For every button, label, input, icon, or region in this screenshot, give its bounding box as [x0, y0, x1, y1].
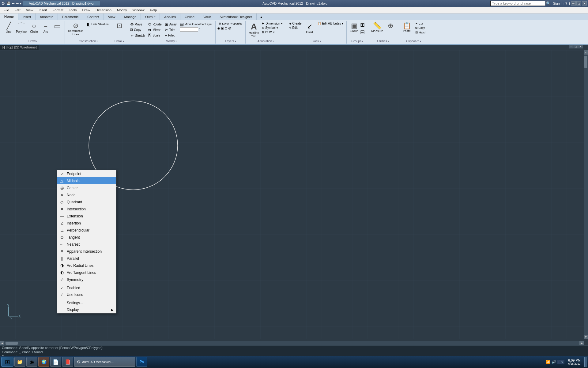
- scroll-left-button[interactable]: ◀: [0, 341, 4, 345]
- modify-group-label[interactable]: Modify▾: [129, 40, 214, 43]
- ctx-perpendicular[interactable]: ⊥ Perpendicular: [57, 227, 116, 234]
- maximize-button[interactable]: □: [576, 1, 581, 6]
- close-button[interactable]: ✕: [582, 1, 587, 6]
- draw-arc-button[interactable]: ⌢ Arc: [40, 21, 51, 35]
- info-icon[interactable]: ℹ: [569, 2, 570, 6]
- stretch-button[interactable]: ↔ Stretch: [129, 33, 146, 38]
- layer-properties-button[interactable]: ⊕ Layer Properties: [217, 21, 243, 25]
- scroll-down-button[interactable]: ▼: [584, 335, 588, 339]
- draw-group-label[interactable]: Draw▾: [3, 40, 63, 43]
- block-group-label[interactable]: Block▾: [288, 40, 345, 43]
- tab-view[interactable]: View: [104, 13, 120, 20]
- paste-button[interactable]: 📋 Paste: [400, 21, 413, 34]
- menu-dimension[interactable]: Dimension: [93, 8, 114, 13]
- tab-parametric[interactable]: Parametric: [58, 13, 83, 20]
- rotate-button[interactable]: ↻ Rotate: [147, 21, 163, 27]
- show-desktop-button[interactable]: [584, 357, 587, 367]
- search-icon[interactable]: 🔍: [546, 1, 551, 6]
- draw-line-button[interactable]: ╱ Line: [3, 21, 14, 35]
- create-button[interactable]: ◈ Create: [288, 21, 303, 25]
- clipboard-group-label[interactable]: Clipboard▾: [400, 40, 428, 43]
- group-icon3[interactable]: ⊟: [360, 29, 365, 36]
- scroll-right-button[interactable]: ▶: [579, 341, 584, 345]
- inner-max-button[interactable]: □: [574, 45, 578, 48]
- ctx-arc-tangent-lines[interactable]: ◐ Arc Tangent Lines: [57, 269, 116, 276]
- clipboard-cut-button[interactable]: ✂ Cut: [414, 21, 428, 25]
- ctx-intersection[interactable]: ✕ Intersection: [57, 205, 116, 213]
- tab-manage[interactable]: Manage: [120, 13, 141, 20]
- tab-online[interactable]: Online: [180, 13, 199, 20]
- taskbar-photoshop[interactable]: Ps: [136, 357, 147, 367]
- multiline-text-button[interactable]: A MultilineText: [247, 21, 260, 39]
- dimension-button[interactable]: ⊢ Dimension ▾: [261, 21, 284, 25]
- menu-insert[interactable]: Insert: [36, 8, 50, 13]
- layer-input[interactable]: [180, 27, 198, 32]
- group-icon2[interactable]: ⊞: [360, 21, 365, 28]
- ctx-settings[interactable]: Settings...: [57, 300, 116, 306]
- detail-button[interactable]: ⊡: [114, 21, 125, 30]
- toolbar-dropdown[interactable]: ▾: [20, 2, 21, 5]
- taskbar-autocad[interactable]: ⚙ AutoCAD Mechanical...: [74, 357, 135, 367]
- ctx-center[interactable]: ◎ Center: [57, 184, 116, 191]
- taskbar-pdf[interactable]: 📕: [62, 357, 73, 367]
- menu-file[interactable]: File: [1, 8, 12, 13]
- draw-polyline-button[interactable]: ⌒ Polyline: [15, 21, 28, 35]
- tab-home[interactable]: Home: [0, 13, 18, 20]
- tab-vault[interactable]: Vault: [199, 13, 215, 20]
- canvas-area[interactable]: X Y ⊿ Endpoint △ Midpoint ◎ Center × Nod…: [0, 50, 584, 339]
- menu-view[interactable]: View: [24, 8, 36, 13]
- fillet-button[interactable]: ⌐ Fillet: [164, 33, 178, 38]
- detail-group-label[interactable]: Detail▾: [114, 40, 125, 43]
- menu-help[interactable]: Help: [148, 8, 160, 13]
- taskbar-docs[interactable]: 📄: [50, 357, 61, 367]
- taskbar-explorer[interactable]: 📁: [14, 357, 25, 367]
- ctx-endpoint[interactable]: ⊿ Endpoint: [57, 170, 116, 177]
- ctx-node[interactable]: × Node: [57, 191, 116, 198]
- bom-button[interactable]: ⊠ BOM ▾: [261, 30, 284, 34]
- annotation-group-label[interactable]: Annotation▾: [247, 40, 284, 43]
- tab-sketchbook[interactable]: SketchBook Designer: [215, 13, 257, 20]
- ctx-midpoint[interactable]: △ Midpoint: [57, 177, 116, 184]
- scale-button[interactable]: ⇱ Scale: [147, 33, 163, 38]
- insert-button[interactable]: ↙ Insert: [303, 21, 316, 35]
- ctx-symmetry[interactable]: ⇌ Symmetry: [57, 276, 116, 283]
- taskbar-firefox[interactable]: 🌍: [38, 357, 49, 367]
- clipboard-copy-button[interactable]: ⧉ Copy: [414, 26, 428, 30]
- ctx-extension[interactable]: — Extension: [57, 213, 116, 220]
- quick-access-undo[interactable]: ↩: [12, 2, 15, 6]
- menu-window[interactable]: Window: [130, 8, 147, 13]
- group-button[interactable]: ▣ Group: [349, 21, 360, 34]
- ctx-quadrant[interactable]: ◇ Quadrant: [57, 198, 116, 205]
- layers-group-label[interactable]: Layers▾: [217, 40, 243, 43]
- array-button[interactable]: ⊞ Array: [164, 21, 178, 27]
- quick-access-save[interactable]: 💾: [6, 2, 11, 6]
- quick-access-redo[interactable]: ↪: [16, 2, 19, 6]
- minimize-button[interactable]: ─: [571, 1, 576, 6]
- menu-tools[interactable]: Tools: [66, 8, 79, 13]
- edit-block-button[interactable]: ✎ Edit: [288, 26, 303, 30]
- symbol-button[interactable]: ⊛ Symbol ▾: [261, 26, 284, 30]
- tab-output[interactable]: Output: [141, 13, 160, 20]
- ctx-display[interactable]: Display: [57, 306, 116, 313]
- tab-content[interactable]: Content: [83, 13, 104, 20]
- ctx-enabled[interactable]: ✓ Enabled: [57, 285, 116, 291]
- help-icon[interactable]: ?: [565, 2, 567, 5]
- mirror-button[interactable]: ⇔ Mirror: [147, 27, 163, 33]
- tab-annotate[interactable]: Annotate: [36, 13, 58, 20]
- draw-circle-button[interactable]: ○ Circle: [28, 21, 40, 35]
- trim-button[interactable]: ✂ Trim: [164, 27, 178, 33]
- menu-format[interactable]: Format: [50, 8, 66, 13]
- move-to-layer-button[interactable]: ▤ Move to Another Layer: [179, 21, 214, 27]
- taskbar-chrome[interactable]: ◉: [26, 357, 37, 367]
- sign-in-label[interactable]: Sign In: [553, 2, 564, 5]
- tab-insert[interactable]: Insert: [18, 13, 36, 20]
- ctx-use-icons[interactable]: ✓ Use Icons: [57, 291, 116, 298]
- utilities-more-button[interactable]: ⊕: [385, 21, 396, 30]
- match-properties-button[interactable]: ⊡ Match: [414, 30, 428, 34]
- ribbon-collapse[interactable]: ▲: [258, 15, 265, 19]
- menu-modify[interactable]: Modify: [115, 8, 129, 13]
- draw-rectangle-button[interactable]: ▭: [52, 21, 63, 31]
- move-button[interactable]: ✥ Move: [129, 21, 146, 27]
- start-button[interactable]: ⊞: [1, 357, 13, 367]
- ctx-tangent[interactable]: ⊙ Tangent: [57, 234, 116, 241]
